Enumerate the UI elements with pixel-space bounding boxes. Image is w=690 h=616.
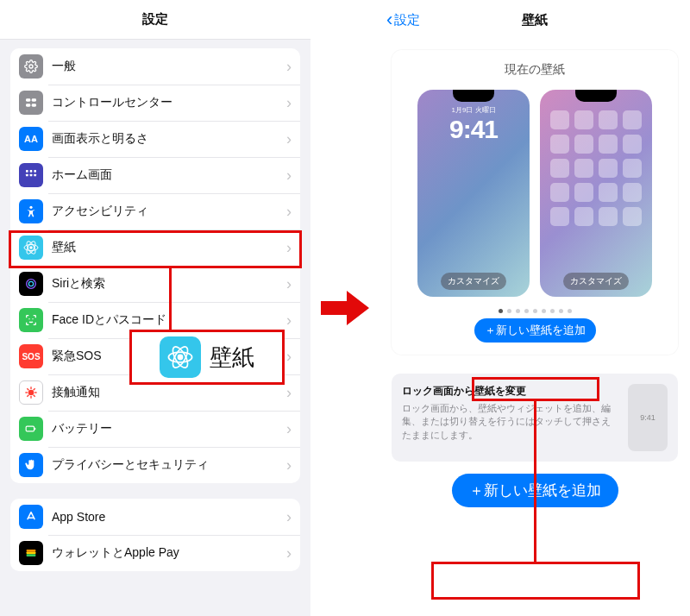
appstore-icon — [19, 505, 43, 529]
svg-rect-5 — [26, 170, 28, 173]
svg-rect-10 — [34, 174, 36, 177]
customize-button[interactable]: カスタマイズ — [563, 273, 629, 290]
row-control-center[interactable]: コントロールセンター › — [10, 85, 300, 121]
wallpaper-panel: ‹ 設定 壁紙 現在の壁紙 1月9日 火曜日 9:41 カスタマイズ — [380, 0, 690, 616]
connector-line — [169, 268, 172, 331]
svg-line-27 — [27, 395, 28, 397]
row-display[interactable]: AA 画面表示と明るさ › — [10, 121, 300, 157]
battery-icon — [19, 417, 43, 441]
svg-rect-4 — [32, 104, 36, 106]
chevron-right-icon: › — [286, 239, 292, 257]
face-id-icon — [19, 308, 43, 332]
svg-point-16 — [27, 280, 36, 289]
svg-point-11 — [29, 206, 32, 209]
virus-icon — [19, 380, 43, 405]
svg-rect-1 — [26, 98, 30, 101]
row-label: コントロールセンター — [52, 95, 286, 110]
settings-group-1: 一般 › コントロールセンター › AA 画面表示と明るさ › ホーム画面 — [10, 48, 300, 483]
back-button[interactable]: ‹ 設定 — [386, 9, 420, 31]
page-title: 壁紙 — [380, 12, 690, 28]
row-wallet[interactable]: ウォレットとApple Pay › — [10, 535, 300, 571]
gear-icon — [19, 54, 43, 79]
row-general[interactable]: 一般 › — [10, 48, 300, 85]
person-icon — [19, 199, 43, 223]
row-label: 画面表示と明るさ — [52, 131, 286, 147]
svg-point-20 — [28, 390, 34, 396]
info-thumbnail: 9:41 — [628, 384, 668, 451]
row-label: プライバシーとセキュリティ — [52, 457, 286, 473]
svg-point-0 — [29, 65, 33, 68]
svg-point-17 — [28, 281, 33, 286]
page-indicator — [400, 309, 669, 313]
row-label: ウォレットとApple Pay — [52, 545, 286, 561]
row-accessibility[interactable]: アクセシビリティ › — [10, 193, 300, 229]
svg-rect-33 — [27, 554, 36, 556]
svg-rect-9 — [30, 174, 33, 177]
svg-rect-3 — [26, 104, 30, 106]
chevron-right-icon: › — [286, 456, 292, 475]
row-label: 接触通知 — [52, 385, 286, 400]
chevron-right-icon: › — [286, 311, 292, 330]
wallet-icon — [19, 541, 43, 565]
svg-rect-2 — [32, 98, 36, 101]
siri-icon — [19, 272, 43, 296]
atom-icon — [19, 236, 43, 260]
lock-date: 1月9日 火曜日 — [451, 105, 495, 115]
page-title: 設定 — [0, 0, 310, 40]
svg-line-25 — [27, 388, 28, 390]
customize-button[interactable]: カスタマイズ — [441, 273, 506, 290]
svg-rect-6 — [30, 170, 33, 173]
app-grid — [543, 110, 649, 226]
home-screen-preview[interactable]: カスタマイズ — [540, 90, 652, 297]
row-battery[interactable]: バッテリー › — [10, 411, 300, 447]
settings-panel: 設定 一般 › コントロールセンター › AA 画面表示と明るさ › — [0, 0, 310, 616]
svg-line-26 — [34, 395, 35, 397]
svg-point-19 — [32, 318, 33, 319]
settings-group-2: App Store › ウォレットとApple Pay › — [10, 499, 300, 571]
row-wallpaper[interactable]: 壁紙 › — [10, 229, 300, 266]
header: ‹ 設定 壁紙 — [380, 0, 690, 40]
chevron-right-icon: › — [286, 384, 292, 402]
svg-rect-31 — [27, 550, 36, 552]
row-appstore[interactable]: App Store › — [10, 499, 300, 535]
chevron-right-icon: › — [286, 94, 292, 112]
svg-rect-8 — [26, 174, 28, 177]
svg-rect-7 — [34, 170, 36, 173]
sos-icon: SOS — [19, 344, 43, 368]
chevron-right-icon: › — [286, 130, 292, 148]
hand-icon — [19, 453, 43, 477]
row-privacy[interactable]: プライバシーとセキュリティ › — [10, 447, 300, 483]
connector-line — [534, 401, 536, 562]
callout-wallpaper: 壁紙 — [129, 330, 285, 385]
lock-time: 9:41 — [449, 115, 498, 144]
current-wallpaper-card: 現在の壁紙 1月9日 火曜日 9:41 カスタマイズ — [392, 50, 678, 355]
svg-point-37 — [178, 355, 182, 359]
card-title: 現在の壁紙 — [400, 62, 669, 78]
svg-point-15 — [30, 247, 33, 249]
row-siri[interactable]: Siriと検索 › — [10, 266, 300, 302]
row-label: 一般 — [52, 59, 286, 74]
svg-rect-32 — [27, 552, 36, 555]
row-home[interactable]: ホーム画面 › — [10, 157, 300, 193]
info-title: ロック画面から壁紙を変更 — [402, 384, 619, 399]
callout-label: 壁紙 — [210, 343, 254, 373]
chevron-right-icon: › — [286, 167, 292, 185]
add-wallpaper-button[interactable]: ＋新しい壁紙を追加 — [474, 318, 596, 343]
chevron-right-icon: › — [286, 348, 292, 366]
row-label: バッテリー — [52, 421, 286, 437]
row-label: 壁紙 — [52, 240, 286, 255]
chevron-right-icon: › — [286, 508, 292, 526]
chevron-right-icon: › — [286, 58, 292, 76]
chevron-left-icon: ‹ — [386, 9, 392, 31]
row-label: App Store — [52, 510, 286, 524]
chevron-right-icon: › — [286, 420, 292, 438]
notch — [453, 90, 494, 102]
transition-arrow — [310, 0, 380, 616]
svg-rect-30 — [34, 428, 35, 430]
text-size-icon: AA — [19, 127, 43, 151]
lock-screen-preview[interactable]: 1月9日 火曜日 9:41 カスタマイズ — [417, 90, 530, 297]
svg-point-18 — [28, 318, 29, 319]
highlight-add-large — [431, 562, 640, 600]
chevron-right-icon: › — [286, 544, 292, 563]
row-label: アクセシビリティ — [52, 204, 286, 219]
